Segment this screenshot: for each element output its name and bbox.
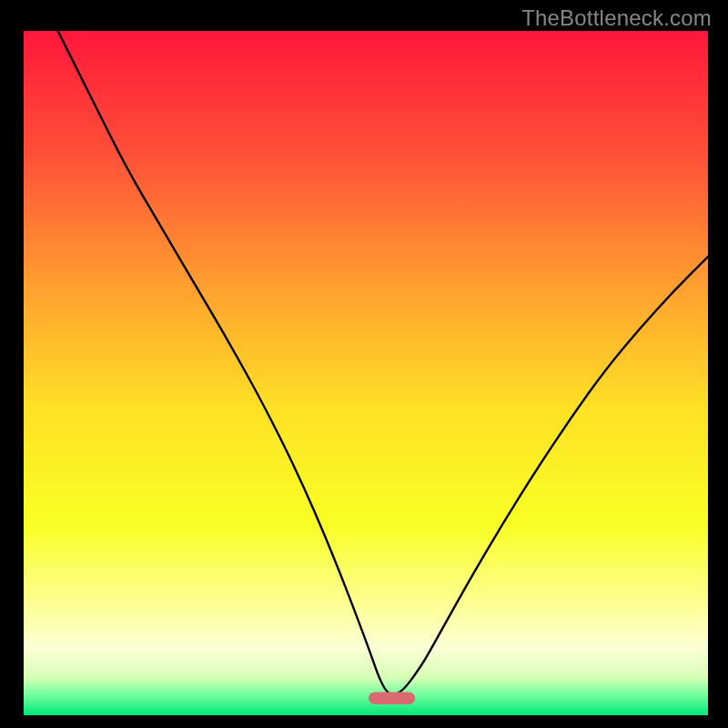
- chart-svg: [24, 31, 708, 715]
- optimal-marker: [369, 692, 415, 704]
- watermark-text: TheBottleneck.com: [521, 5, 712, 31]
- bottleneck-chart: TheBottleneck.com: [0, 0, 728, 728]
- gradient-background: [24, 31, 708, 715]
